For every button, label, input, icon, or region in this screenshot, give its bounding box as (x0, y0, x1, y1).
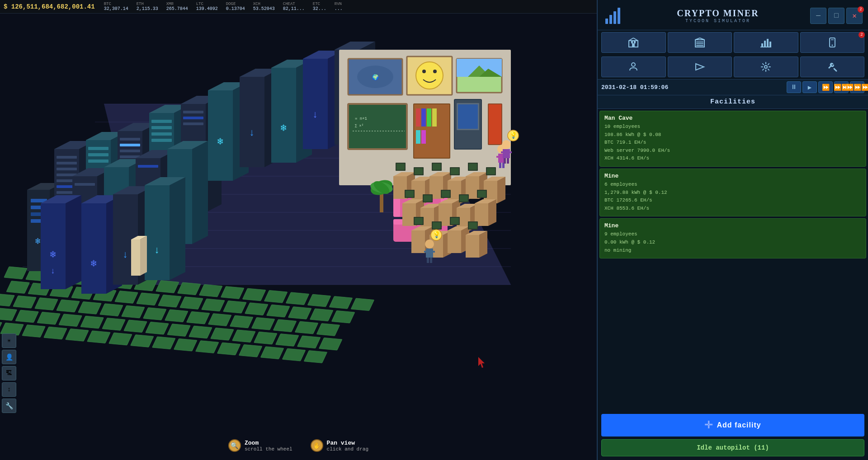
svg-rect-134 (151, 120, 172, 123)
svg-rect-220 (427, 108, 431, 127)
svg-rect-358 (769, 42, 771, 47)
svg-rect-317 (499, 163, 501, 168)
autopilot-button[interactable]: Idle autopilot (11) (601, 439, 864, 456)
time-controls: ⏸▶⏩⏩⏩⏩⏩⏩ (787, 81, 864, 93)
facility-card-1[interactable]: Mine6 employees1,279.88 kWh @ $ 0.12BTC … (599, 169, 866, 216)
svg-marker-290 (488, 199, 496, 226)
worker-tool-btn[interactable]: 👤 (2, 350, 16, 364)
svg-rect-109 (57, 168, 77, 170)
svg-text:= n+1: = n+1 (355, 117, 367, 121)
svg-rect-329 (501, 151, 505, 153)
facility-card-0[interactable]: Man Cave10 employees108.86 kWh @ $ 0.08B… (599, 111, 866, 167)
svg-marker-310 (479, 231, 487, 258)
svg-rect-227 (488, 104, 502, 145)
pause-btn[interactable]: ⏸ (787, 81, 801, 93)
move-tool-btn[interactable]: ↕ (2, 382, 16, 397)
svg-rect-221 (432, 108, 437, 127)
logo-subtitle: Tycoon Simulator (626, 19, 810, 23)
svg-point-361 (831, 45, 833, 46)
svg-rect-137 (151, 139, 172, 142)
svg-rect-331 (504, 158, 506, 164)
hint-icon-0: 🔍 (228, 439, 241, 452)
build-tool-btn[interactable]: 🏗 (2, 366, 16, 380)
datetime-text: 2031-02-18 01:59:06 (601, 84, 668, 91)
svg-marker-189 (271, 68, 296, 163)
ticker-xch: XCH53.52043 (253, 2, 275, 11)
mobile-btn[interactable]: 2 (800, 32, 865, 53)
garage-btn[interactable] (668, 32, 732, 53)
svg-rect-223 (421, 130, 426, 144)
marketing-btn[interactable] (668, 56, 732, 77)
svg-marker-335 (131, 239, 140, 276)
svg-marker-181 (208, 90, 233, 181)
svg-text:↓: ↓ (312, 109, 318, 121)
svg-rect-357 (767, 39, 769, 47)
svg-rect-143 (183, 117, 203, 119)
svg-point-319 (425, 239, 434, 249)
game-viewport[interactable]: ❄ ↓ (0, 14, 597, 460)
svg-rect-252 (433, 164, 441, 170)
logo-text: Crypto Miner Tycoon Simulator (626, 8, 810, 23)
svg-rect-323 (427, 258, 429, 263)
svg-marker-337 (140, 236, 147, 276)
svg-rect-344 (631, 41, 633, 43)
ticker-ltc: LTC139.4092 (196, 2, 218, 11)
svg-point-363 (632, 63, 635, 66)
svg-marker-193 (303, 59, 328, 149)
sunlight-tool-btn[interactable]: ☀ (2, 333, 16, 348)
fast-btn[interactable]: ⏩ (818, 81, 833, 93)
svg-text:❄: ❄ (90, 258, 96, 270)
wrench-tool-btn[interactable]: 🔧 (2, 399, 16, 413)
workers-btn[interactable] (601, 56, 666, 77)
svg-rect-226 (458, 104, 478, 129)
svg-rect-282 (442, 191, 450, 197)
svg-marker-162 (192, 141, 208, 244)
wrench-btn[interactable] (800, 56, 865, 77)
minimize-btn[interactable]: — (810, 8, 826, 24)
ticker-eth: ETH2,115.33 (137, 2, 158, 11)
crypto-ticker: BTC32,307.14ETH2,115.33XMR265.7844LTC139… (104, 2, 343, 11)
signal-bars-icon (604, 6, 624, 26)
svg-line-367 (834, 69, 836, 71)
svg-rect-345 (634, 41, 636, 43)
play-btn[interactable]: ▶ (802, 81, 817, 93)
maximize-btn[interactable]: □ (828, 8, 844, 24)
settings-btn[interactable] (734, 56, 798, 77)
svg-marker-303 (448, 230, 461, 253)
fastest-btn[interactable]: ⏩⏩⏩ (850, 81, 864, 93)
ticker-etc: ETC32... (313, 2, 326, 11)
notification-badge: 2 (858, 6, 864, 13)
svg-rect-257 (451, 168, 459, 174)
ticker-rvn: RVN... (335, 2, 343, 11)
svg-marker-177 (145, 185, 170, 280)
svg-rect-142 (183, 111, 203, 113)
svg-text:💡: 💡 (509, 131, 518, 139)
facilities-header: Facilities (598, 95, 868, 109)
svg-point-366 (764, 66, 767, 68)
svg-rect-287 (460, 195, 468, 202)
svg-rect-222 (416, 130, 420, 144)
mobile-badge: 2 (859, 32, 865, 38)
icon-row-1: 2 (598, 30, 868, 55)
facilities-list[interactable]: Man Cave10 employees108.86 kWh @ $ 0.08B… (598, 109, 868, 411)
buildings-btn[interactable] (601, 32, 666, 53)
charts-btn[interactable] (734, 32, 798, 53)
svg-rect-356 (764, 41, 766, 47)
close-btn[interactable]: ✕ 2 (846, 8, 863, 24)
add-facility-button[interactable]: ✛ Add facility (601, 414, 864, 437)
svg-text:❄: ❄ (35, 236, 41, 247)
svg-rect-218 (416, 108, 420, 127)
svg-text:❄: ❄ (280, 123, 286, 134)
svg-rect-321 (424, 251, 428, 253)
iso-scene: ❄ ↓ (0, 14, 597, 460)
logo-title: Crypto Miner (626, 8, 810, 19)
svg-rect-149 (75, 183, 95, 186)
svg-marker-166 (66, 195, 81, 289)
svg-text:↓: ↓ (51, 267, 56, 276)
svg-rect-346 (632, 43, 635, 47)
facility-card-2[interactable]: Mine9 employees0.00 kWh @ $ 0.12no minin… (599, 218, 866, 258)
svg-rect-247 (415, 168, 423, 174)
svg-marker-265 (497, 177, 505, 203)
ticker-xmr: XMR265.7844 (166, 2, 188, 11)
hint-item-0: 🔍 Zoom scroll the wheel (228, 439, 292, 452)
